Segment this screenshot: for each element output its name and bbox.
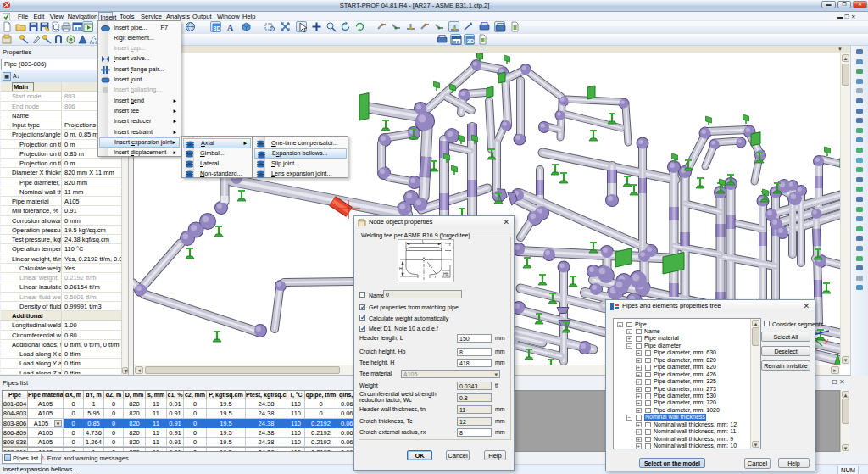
svg-text:L: L bbox=[422, 240, 425, 244]
svg-text:A: A bbox=[227, 23, 234, 32]
svg-text:H: H bbox=[399, 266, 403, 271]
svg-text:t: t bbox=[449, 242, 451, 247]
svg-text:Hb: Hb bbox=[443, 271, 449, 276]
svg-text:3D: 3D bbox=[214, 25, 221, 31]
svg-text:r: r bbox=[435, 274, 437, 279]
svg-text:3D: 3D bbox=[467, 38, 475, 44]
